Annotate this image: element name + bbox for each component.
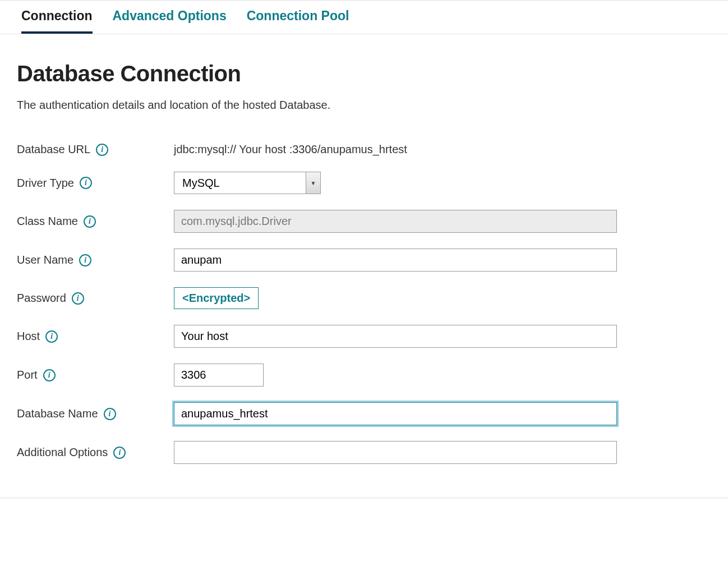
database-url-value: jdbc:mysql:// Your host :3306/anupamus_h… [174,143,407,155]
tab-advanced-options[interactable]: Advanced Options [113,8,227,34]
tab-connection-pool[interactable]: Connection Pool [247,8,349,34]
row-class-name: Class Name i [17,210,656,233]
info-icon[interactable]: i [113,447,126,459]
row-password: Password i <Encrypted> [17,287,656,309]
info-icon[interactable]: i [45,330,58,343]
info-icon[interactable]: i [79,254,91,266]
info-icon[interactable]: i [80,177,92,189]
label-additional-options: Additional Options [17,446,108,459]
label-host: Host [17,330,40,343]
info-icon[interactable]: i [104,408,116,420]
password-encrypted-button[interactable]: <Encrypted> [174,287,259,309]
row-database-url: Database URL i jdbc:mysql:// Your host :… [17,143,656,156]
info-icon[interactable]: i [84,215,96,228]
info-icon[interactable]: i [72,292,84,305]
page-title: Database Connection [17,61,656,86]
driver-type-select[interactable]: MySQL [174,172,320,194]
database-name-input[interactable] [174,402,617,425]
label-driver-type: Driver Type [17,177,74,190]
row-host: Host i [17,325,656,348]
row-database-name: Database Name i [17,402,656,425]
row-port: Port i [17,364,656,387]
label-class-name: Class Name [17,215,78,228]
label-database-url: Database URL [17,143,90,156]
info-icon[interactable]: i [96,144,108,156]
class-name-input [174,210,617,233]
row-driver-type: Driver Type i MySQL ▼ [17,172,656,194]
form: Database URL i jdbc:mysql:// Your host :… [17,143,656,464]
page-description: The authentication details and location … [17,99,656,112]
tab-connection[interactable]: Connection [21,8,93,34]
row-user-name: User Name i [17,249,656,272]
label-password: Password [17,292,66,305]
host-input[interactable] [174,325,617,348]
label-database-name: Database Name [17,407,98,420]
info-icon[interactable]: i [43,369,56,381]
port-input[interactable] [174,364,264,387]
tabs-bar: Connection Advanced Options Connection P… [0,1,728,34]
user-name-input[interactable] [174,249,617,272]
row-additional-options: Additional Options i [17,441,656,464]
label-port: Port [17,369,38,381]
label-user-name: User Name [17,254,73,266]
additional-options-input[interactable] [174,441,617,464]
